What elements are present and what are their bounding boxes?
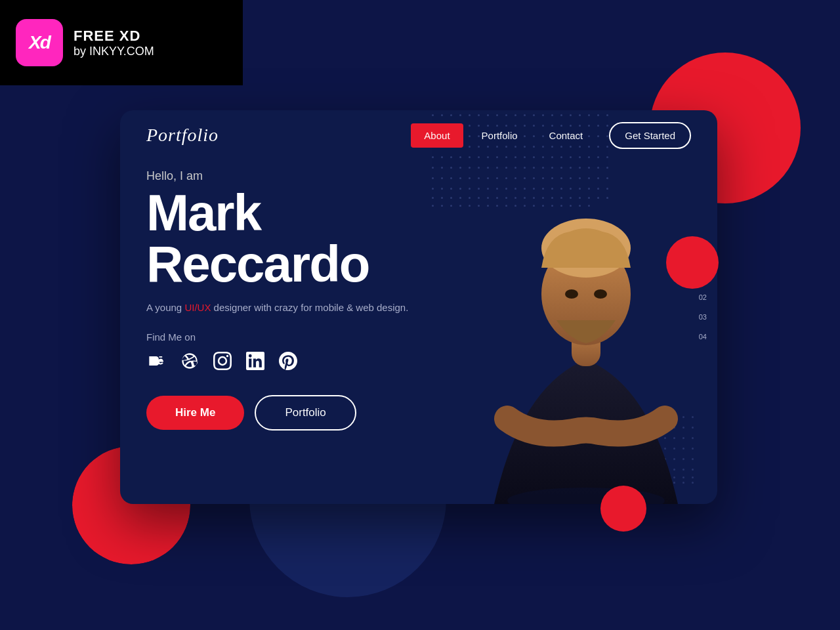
xd-logo-icon: Xd (16, 19, 63, 66)
linkedin-icon[interactable] (245, 350, 266, 371)
page-num-4[interactable]: 04 (699, 333, 707, 341)
cta-buttons: Hire Me Portfolio (146, 395, 408, 430)
page-num-3[interactable]: 03 (699, 313, 707, 321)
social-icons-row (146, 350, 408, 371)
behance-icon[interactable] (146, 350, 167, 371)
nav-item-about[interactable]: About (411, 123, 463, 148)
hero-name: Mark Reccardo (146, 187, 408, 289)
hero-tagline: A young UI/UX designer with crazy for mo… (146, 300, 408, 316)
hire-me-button[interactable]: Hire Me (146, 396, 244, 430)
nav-logo: Portfolio (146, 125, 219, 146)
svg-point-5 (594, 289, 607, 299)
tagline-highlight: UI/UX (184, 302, 211, 313)
xd-line1: FREE XD (74, 28, 154, 45)
get-started-button[interactable]: Get Started (609, 122, 691, 149)
deco-circle-mid-right (666, 236, 719, 289)
svg-point-4 (565, 289, 578, 299)
find-me-label: Find Me on (146, 331, 408, 343)
portfolio-card: Portfolio About Portfolio Contact Get St… (120, 110, 717, 504)
pinterest-icon[interactable] (278, 350, 299, 371)
xd-badge: Xd FREE XD by INKYY.COM (0, 0, 243, 85)
name-line2: Reccardo (146, 238, 408, 289)
portfolio-button[interactable]: Portfolio (255, 395, 356, 430)
xd-badge-text: FREE XD by INKYY.COM (74, 28, 154, 58)
nav-item-contact[interactable]: Contact (536, 123, 597, 148)
deco-circle-bottom-right (600, 486, 646, 532)
tagline-pre: A young (146, 302, 184, 313)
tagline-post: designer with crazy for mobile & web des… (211, 302, 408, 313)
dribbble-icon[interactable] (179, 350, 200, 371)
instagram-icon[interactable] (212, 350, 233, 371)
person-figure (455, 136, 717, 504)
name-line1: Mark (146, 187, 408, 238)
nav-item-portfolio[interactable]: Portfolio (469, 123, 531, 148)
xd-line2: by INKYY.COM (74, 45, 154, 58)
page-num-2[interactable]: 02 (699, 293, 707, 301)
navbar: Portfolio About Portfolio Contact Get St… (120, 110, 717, 160)
hero-content: Hello, I am Mark Reccardo A young UI/UX … (146, 169, 408, 430)
nav-links: About Portfolio Contact Get Started (411, 122, 691, 149)
greeting-text: Hello, I am (146, 169, 408, 183)
